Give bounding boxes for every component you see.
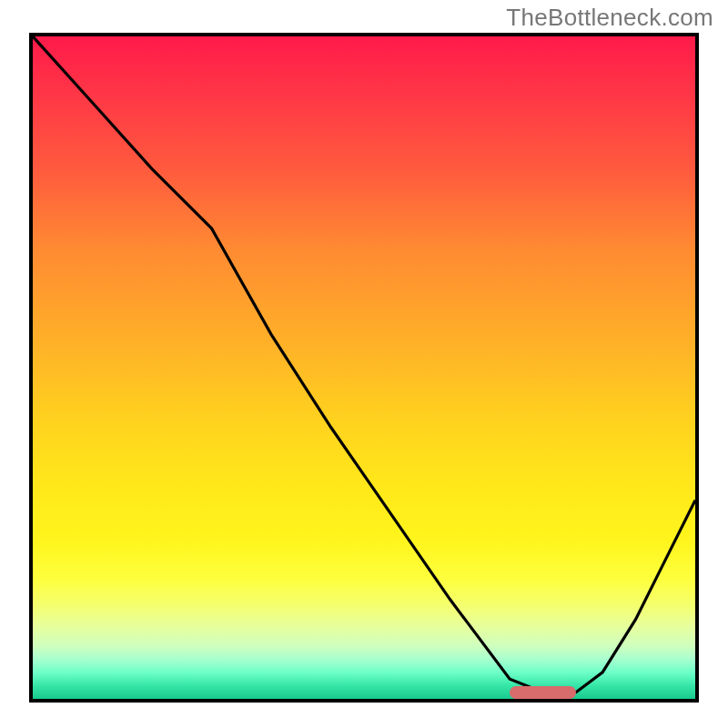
curve-layer xyxy=(33,36,695,699)
bottleneck-curve xyxy=(33,36,695,693)
plot-area xyxy=(29,33,699,703)
watermark-text: TheBottleneck.com xyxy=(506,4,713,32)
optimal-range-marker xyxy=(510,686,576,699)
chart-container: TheBottleneck.com xyxy=(0,0,728,728)
